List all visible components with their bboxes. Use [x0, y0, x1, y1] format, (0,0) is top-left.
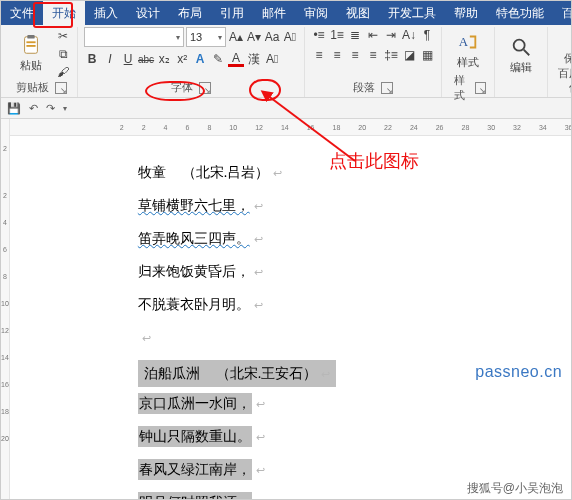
- baidu-save-label2: 百度网盘: [558, 66, 572, 81]
- show-marks-button[interactable]: ¶: [419, 27, 435, 43]
- qat-save-icon[interactable]: 💾: [7, 102, 21, 115]
- document-area: 22468101214161820 2246810121416182022242…: [1, 119, 571, 500]
- align-center-button[interactable]: ≡: [329, 47, 345, 63]
- poem1-line: 归来饱饭黄昏后，↩: [138, 261, 572, 282]
- chevron-down-icon: ▾: [218, 33, 222, 42]
- horizontal-ruler[interactable]: 2246810121416182022242628303234363840: [10, 119, 572, 136]
- tab-insert[interactable]: 插入: [85, 1, 127, 25]
- poem2-line: 春风又绿江南岸，↩: [138, 459, 572, 480]
- styles-dialog-launcher[interactable]: [475, 82, 486, 94]
- underline-button[interactable]: U: [120, 51, 136, 67]
- group-font: ▾ 13▾ A▴ A▾ Aa A⃠ B I U abc x₂ x² A ✎ A: [78, 27, 305, 97]
- justify-button[interactable]: ≡: [365, 47, 381, 63]
- numbering-button[interactable]: 1≡: [329, 27, 345, 43]
- svg-text:A: A: [459, 34, 469, 48]
- group-baidu: 保存到 百度网盘 保存: [548, 27, 572, 97]
- tab-layout[interactable]: 布局: [169, 1, 211, 25]
- paragraph-dialog-launcher[interactable]: [381, 82, 393, 94]
- tab-review[interactable]: 审阅: [295, 1, 337, 25]
- styles-icon: A: [457, 31, 479, 53]
- svg-rect-3: [26, 45, 35, 47]
- tab-dev[interactable]: 开发工具: [379, 1, 445, 25]
- highlight-button[interactable]: ✎: [210, 51, 226, 67]
- subscript-button[interactable]: x₂: [156, 51, 172, 67]
- qat-redo-icon[interactable]: ↷: [46, 102, 55, 115]
- paste-button[interactable]: 粘贴: [11, 26, 51, 82]
- sort-button[interactable]: A↓: [401, 27, 417, 43]
- strike-button[interactable]: abc: [138, 51, 154, 67]
- svg-rect-1: [27, 35, 34, 39]
- superscript-button[interactable]: x²: [174, 51, 190, 67]
- tab-design[interactable]: 设计: [127, 1, 169, 25]
- italic-button[interactable]: I: [102, 51, 118, 67]
- borders-button[interactable]: ▦: [419, 47, 435, 63]
- group-clipboard: 粘贴 ✂ ⧉ 🖌 剪贴板: [5, 27, 78, 97]
- tab-netdisk[interactable]: 百度网盘: [553, 1, 572, 25]
- save-to-netdisk-button[interactable]: 保存到 百度网盘: [554, 26, 572, 82]
- ribbon: 粘贴 ✂ ⧉ 🖌 剪贴板 ▾ 13▾ A▴ A▾ Aa A⃠: [1, 25, 571, 98]
- poem2-line: 京口瓜洲一水间，↩: [138, 393, 572, 414]
- tab-file[interactable]: 文件: [1, 1, 43, 25]
- vertical-ruler[interactable]: 22468101214161820: [1, 119, 10, 500]
- align-right-button[interactable]: ≡: [347, 47, 363, 63]
- svg-rect-2: [26, 41, 35, 43]
- group-editing: 编辑: [495, 27, 548, 97]
- watermark-site: passneo.cn: [475, 360, 562, 384]
- search-icon: [510, 36, 532, 58]
- chevron-down-icon: ▾: [176, 33, 180, 42]
- watermark-credit: 搜狐号@小吴泡泡: [467, 480, 563, 497]
- group-paragraph: •≡ 1≡ ≣ ⇤ ⇥ A↓ ¶ ≡ ≡ ≡ ≡ ‡≡ ◪ ▦: [305, 27, 442, 97]
- line-spacing-button[interactable]: ‡≡: [383, 47, 399, 63]
- paste-label: 粘贴: [20, 58, 42, 73]
- decrease-indent-button[interactable]: ⇤: [365, 27, 381, 43]
- tab-view[interactable]: 视图: [337, 1, 379, 25]
- clear-format-button[interactable]: A⃠: [282, 29, 298, 45]
- tab-special[interactable]: 特色功能: [487, 1, 553, 25]
- group-styles: A 样式 样式: [442, 27, 495, 97]
- copy-button[interactable]: ⧉: [55, 46, 71, 62]
- paragraph-group-label: 段落: [353, 80, 375, 95]
- document-page[interactable]: 牧童（北宋.吕岩）↩ 草铺横野六七里，↩ 笛弄晚风三四声。↩ 归来饱饭黄昏后，↩…: [10, 136, 572, 500]
- blank-line: ↩: [138, 327, 572, 348]
- shading-button[interactable]: ◪: [401, 47, 417, 63]
- change-case-button[interactable]: Aa: [264, 29, 280, 45]
- poem1-line: 草铺横野六七里，↩: [138, 195, 572, 216]
- tab-home[interactable]: 开始: [43, 1, 85, 25]
- font-color-button[interactable]: A: [228, 51, 244, 67]
- clipboard-icon: [20, 34, 42, 56]
- svg-point-5: [514, 39, 525, 50]
- poem2-line: 钟山只隔数重山。↩: [138, 426, 572, 447]
- poem1-line: 不脱蓑衣卧月明。↩: [138, 294, 572, 315]
- format-painter-button[interactable]: 🖌: [55, 64, 71, 80]
- styles-gallery-button[interactable]: A 样式: [448, 22, 488, 78]
- bullets-button[interactable]: •≡: [311, 27, 327, 43]
- baidu-save-label1: 保存到: [564, 51, 573, 66]
- font-size-value: 13: [190, 31, 202, 43]
- tab-references[interactable]: 引用: [211, 1, 253, 25]
- increase-indent-button[interactable]: ⇥: [383, 27, 399, 43]
- annotation-text: 点击此图标: [329, 149, 419, 173]
- text-effect-button[interactable]: A: [192, 51, 208, 67]
- styles-group-label: 样式: [450, 73, 469, 103]
- grow-font-button[interactable]: A▴: [228, 29, 244, 45]
- font-dialog-launcher[interactable]: [199, 82, 211, 94]
- cut-button[interactable]: ✂: [55, 28, 71, 44]
- phonetic-button[interactable]: 漢: [246, 51, 262, 67]
- font-name-combo[interactable]: ▾: [84, 27, 184, 47]
- clipboard-dialog-launcher[interactable]: [55, 82, 67, 94]
- qat-undo-icon[interactable]: ↶: [29, 102, 38, 115]
- styles-label: 样式: [457, 55, 479, 70]
- svg-line-6: [524, 49, 530, 55]
- clipboard-group-label: 剪贴板: [16, 80, 49, 95]
- tab-mail[interactable]: 邮件: [253, 1, 295, 25]
- font-group-label: 字体: [171, 80, 193, 95]
- poem1-line: 笛弄晚风三四声。↩: [138, 228, 572, 249]
- char-border-button[interactable]: A⃞: [264, 51, 280, 67]
- bold-button[interactable]: B: [84, 51, 100, 67]
- font-size-combo[interactable]: 13▾: [186, 27, 226, 47]
- shrink-font-button[interactable]: A▾: [246, 29, 262, 45]
- multilevel-button[interactable]: ≣: [347, 27, 363, 43]
- editing-button[interactable]: 编辑: [501, 27, 541, 83]
- qat-customize-icon[interactable]: ▾: [63, 104, 67, 113]
- align-left-button[interactable]: ≡: [311, 47, 327, 63]
